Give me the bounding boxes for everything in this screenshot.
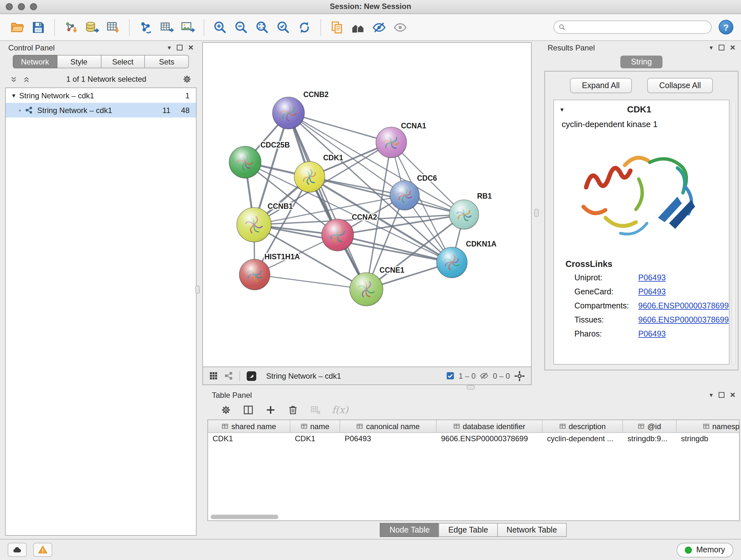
network-node-cdc6[interactable] [390, 181, 419, 210]
table-cell[interactable]: stringdb:9... [623, 433, 677, 446]
show-columns-icon[interactable] [243, 404, 254, 416]
tab-network-table[interactable]: Network Table [497, 523, 566, 537]
column-header-database-identifier[interactable]: database identifier [436, 420, 542, 432]
crosslink-link[interactable]: 9606.ENSP00000378699 [638, 315, 729, 324]
node-table-row[interactable]: CDK1CDK1P064939606.ENSP00000378699cyclin… [208, 433, 739, 446]
splitter-handle-left[interactable] [195, 286, 200, 294]
tab-string[interactable]: String [620, 55, 663, 68]
network-row[interactable]: ● String Network – cdk1 11 48 [6, 103, 196, 118]
table-cell[interactable]: CDK1 [290, 433, 340, 446]
fit-content-crosshair-icon[interactable] [514, 370, 525, 381]
tab-node-table[interactable]: Node Table [380, 523, 440, 537]
minimize-window-button[interactable] [18, 3, 25, 10]
close-panel-icon[interactable]: × [188, 43, 193, 51]
collapse-all-networks-icon[interactable] [10, 75, 18, 83]
results-scrollbar[interactable] [731, 101, 736, 365]
network-node-ccne1[interactable] [350, 273, 383, 306]
network-node-cdk1[interactable] [294, 162, 325, 192]
table-cell[interactable]: 9606.ENSP00000378699 [436, 433, 542, 446]
crosslink-link[interactable]: P06493 [638, 273, 666, 282]
search-input[interactable] [553, 20, 712, 34]
crosslink-link[interactable]: P06493 [638, 287, 666, 296]
network-edge[interactable] [338, 235, 452, 262]
save-session-button[interactable] [29, 17, 48, 37]
open-session-button[interactable] [8, 17, 27, 37]
gene-collapse-icon[interactable]: ▾ [560, 106, 563, 113]
network-node-rb1[interactable] [449, 200, 479, 229]
table-cell[interactable]: stringdb [677, 433, 740, 446]
export-table-button[interactable] [157, 17, 176, 37]
splitter-handle-bottom[interactable] [467, 385, 475, 389]
memory-button[interactable]: Memory [677, 543, 733, 557]
add-column-icon[interactable] [265, 404, 276, 416]
column-header-namespace[interactable]: namespace [677, 420, 740, 432]
column-header--id[interactable]: @id [623, 420, 677, 432]
table-float-panel-icon[interactable] [719, 392, 724, 398]
network-node-ccnb1[interactable] [237, 207, 271, 242]
expand-all-networks-icon[interactable] [22, 75, 30, 83]
help-button[interactable]: ? [719, 20, 733, 35]
first-neighbors-button[interactable] [348, 17, 367, 37]
cytoscape-bird-icon[interactable] [246, 370, 257, 381]
copy-button[interactable] [327, 17, 347, 37]
tab-select[interactable]: Select [101, 55, 145, 68]
splitter-handle-right[interactable] [534, 209, 539, 217]
cloud-button[interactable] [8, 543, 27, 557]
gene-card-header[interactable]: ▾ CDK1 [554, 100, 729, 118]
apply-preferred-layout-button[interactable] [295, 17, 314, 37]
table-cell[interactable]: CDK1 [208, 433, 290, 446]
column-header-shared-name[interactable]: shared name [208, 420, 290, 432]
tab-style[interactable]: Style [57, 55, 102, 68]
results-float-panel-icon[interactable] [719, 45, 724, 51]
import-network-from-database-button[interactable] [82, 17, 102, 37]
collapse-all-button[interactable]: Collapse All [647, 78, 713, 93]
zoom-out-button[interactable] [232, 17, 251, 37]
network-edge[interactable] [288, 113, 366, 289]
float-panel-icon[interactable] [177, 45, 183, 51]
table-cell[interactable]: P06493 [340, 433, 436, 446]
network-node-hist1h1a[interactable] [239, 259, 270, 290]
expand-all-button[interactable]: Expand All [570, 78, 632, 93]
selected-checkbox-icon[interactable] [445, 371, 455, 381]
results-panel-menu-icon[interactable]: ▾ [710, 44, 713, 51]
network-canvas[interactable]: CCNB2CCNA1CDC25BCDK1CDC6RB1CCNB1CCNA2CDK… [202, 42, 532, 367]
table-panel-menu-icon[interactable]: ▾ [710, 392, 713, 398]
network-node-cdc25b[interactable] [229, 146, 261, 178]
zoom-in-button[interactable] [211, 17, 230, 37]
table-settings-gear-icon[interactable] [220, 404, 232, 416]
export-image-button[interactable] [178, 17, 197, 37]
close-window-button[interactable] [6, 3, 13, 10]
crosslink-link[interactable]: 9606.ENSP00000378699 [638, 301, 729, 310]
tab-edge-table[interactable]: Edge Table [439, 523, 498, 537]
table-close-panel-icon[interactable]: × [730, 390, 735, 399]
warnings-button[interactable] [33, 543, 52, 557]
network-node-ccna1[interactable] [376, 127, 407, 158]
network-node-ccna2[interactable] [322, 219, 354, 251]
zoom-fit-button[interactable] [253, 17, 272, 37]
import-table-from-file-button[interactable] [104, 17, 123, 37]
hidden-eye-slash-icon[interactable] [480, 371, 489, 381]
panel-menu-icon[interactable]: ▾ [168, 44, 171, 51]
tab-sets[interactable]: Sets [145, 55, 189, 68]
results-close-panel-icon[interactable]: × [730, 43, 735, 51]
maximize-window-button[interactable] [30, 3, 37, 10]
network-options-gear-icon[interactable] [182, 74, 192, 84]
tab-network[interactable]: Network [13, 55, 57, 68]
import-network-from-file-button[interactable] [61, 17, 80, 37]
table-horizontal-scrollbar[interactable] [211, 515, 278, 519]
tree-expanded-icon[interactable]: ▾ [12, 92, 15, 99]
column-header-description[interactable]: description [542, 420, 623, 432]
zoom-selected-button[interactable] [274, 17, 293, 37]
network-node-cdkn1a[interactable] [436, 247, 467, 278]
column-header-canonical-name[interactable]: canonical name [340, 420, 436, 432]
crosslink-link[interactable]: P06493 [638, 329, 666, 338]
column-header-name[interactable]: name [290, 420, 340, 432]
network-node-ccnb2[interactable] [273, 97, 305, 129]
show-all-button[interactable] [391, 17, 410, 37]
delete-column-icon[interactable] [287, 404, 299, 416]
hide-selected-button[interactable] [369, 17, 389, 37]
grid-view-icon[interactable] [209, 371, 218, 381]
network-collection-row[interactable]: ▾ String Network – cdk1 1 [6, 88, 196, 103]
table-cell[interactable]: cyclin-dependent ... [542, 433, 623, 446]
new-network-from-selection-button[interactable] [136, 17, 155, 37]
